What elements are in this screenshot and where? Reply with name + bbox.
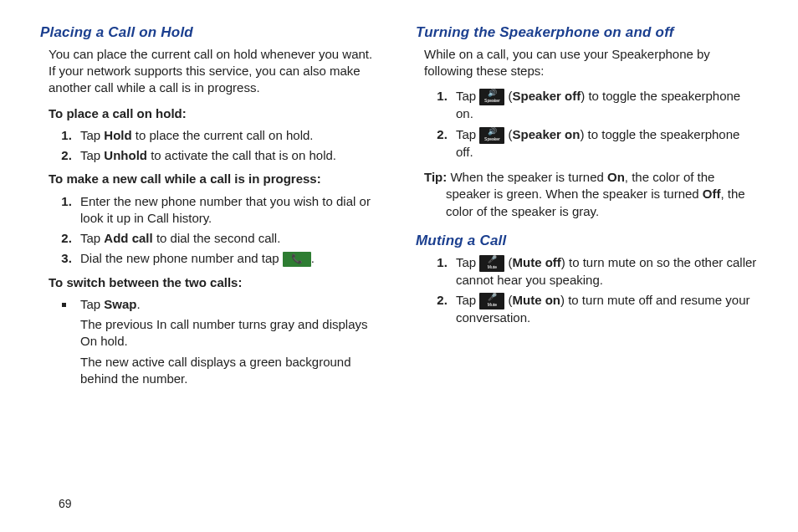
text: .	[137, 297, 141, 311]
step: Tap Add call to dial the second call.	[75, 230, 382, 247]
bold: Off	[703, 187, 721, 201]
step: Tap (Mute off) to turn mute on so the ot…	[451, 254, 758, 289]
step: Tap (Speaker off) to toggle the speakerp…	[451, 88, 758, 122]
step: Tap (Speaker on) to toggle the speakerph…	[451, 126, 758, 161]
page-number: 69	[59, 496, 72, 512]
text: Tap	[80, 297, 104, 311]
text: .	[311, 251, 315, 265]
tip-label: Tip:	[424, 170, 447, 184]
mute-icon	[479, 255, 504, 272]
text: Tap	[456, 127, 479, 141]
subhead-place-hold: To place a call on hold:	[49, 105, 382, 122]
text: to dial the second call.	[153, 231, 281, 245]
step: Tap (Mute on) to turn mute off and resum…	[451, 292, 758, 326]
heading-muting: Muting a Call	[416, 232, 758, 251]
text: (	[504, 127, 512, 141]
mute-icon	[479, 293, 504, 309]
bold: Speaker off	[513, 89, 581, 103]
step: Enter the new phone number that you wish…	[75, 193, 382, 228]
right-column: Turning the Speakerphone on and off Whil…	[416, 23, 758, 394]
bold: Swap	[104, 297, 136, 311]
text: Tap	[80, 128, 104, 142]
follow-text: The previous In call number turns gray a…	[80, 316, 382, 350]
speaker-icon	[479, 127, 504, 144]
bullet-swap: Tap Swap. The previous In call number tu…	[40, 296, 382, 387]
left-column: Placing a Call on Hold You can place the…	[40, 23, 382, 394]
intro-text: You can place the current call on hold w…	[49, 46, 382, 97]
text: to place the current call on hold.	[132, 128, 314, 142]
tip-block: Tip: When the speaker is turned On, the …	[416, 169, 758, 220]
text: Tap	[456, 255, 479, 269]
text: (	[504, 255, 512, 269]
subhead-new-call: To make a new call while a call is in pr…	[49, 171, 382, 187]
step: Dial the new phone number and tap .	[75, 250, 382, 267]
text: Dial the new phone number and tap	[80, 251, 283, 265]
heading-speakerphone: Turning the Speakerphone on and off	[416, 23, 758, 43]
call-icon	[283, 252, 311, 267]
text: to activate the call that is on hold.	[147, 148, 336, 162]
step: Tap Unhold to activate the call that is …	[75, 147, 382, 164]
subhead-switch-calls: To switch between the two calls:	[49, 274, 382, 291]
text: Tap	[80, 148, 104, 162]
text: Tap	[80, 231, 104, 245]
page-columns: Placing a Call on Hold You can place the…	[40, 23, 758, 394]
text: Tap	[456, 293, 479, 307]
bold: On	[607, 170, 625, 184]
text: (	[504, 89, 512, 103]
step: Tap Hold to place the current call on ho…	[75, 127, 382, 144]
bold: Add call	[104, 231, 152, 245]
bold: Mute on	[513, 293, 561, 307]
steps-new-call: Enter the new phone number that you wish…	[40, 193, 382, 268]
bold: Mute off	[513, 255, 561, 269]
text: (	[504, 293, 512, 307]
heading-placing-hold: Placing a Call on Hold	[40, 23, 382, 43]
steps-place-hold: Tap Hold to place the current call on ho…	[40, 127, 382, 165]
text: Tap	[456, 89, 479, 103]
speaker-icon	[479, 89, 504, 105]
intro-text: While on a call, you can use your Speake…	[424, 46, 758, 80]
follow-text: The new active call displays a green bac…	[80, 354, 382, 388]
steps-mute: Tap (Mute off) to turn mute on so the ot…	[416, 254, 758, 327]
bullet-item: Tap Swap. The previous In call number tu…	[75, 296, 382, 387]
bold: Unhold	[104, 148, 147, 162]
text: When the speaker is turned	[447, 170, 607, 184]
bold: Hold	[104, 128, 131, 142]
steps-speaker: Tap (Speaker off) to toggle the speakerp…	[416, 88, 758, 161]
bold: Speaker on	[513, 127, 581, 141]
